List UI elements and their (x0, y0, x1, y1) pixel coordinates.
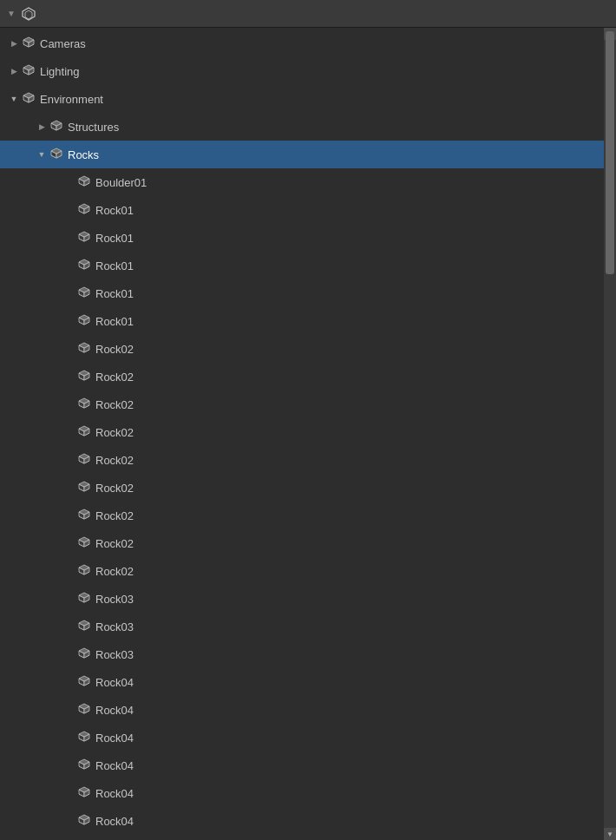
tree-item-rock01_4[interactable]: Rock01 (0, 279, 604, 307)
label-rock04_5: Rock04 (95, 787, 134, 800)
arrow-rock04_1 (62, 675, 76, 689)
arrow-rock04_2 (62, 703, 76, 717)
arrow-rock02_2 (62, 370, 76, 384)
label-rock03_3: Rock03 (95, 648, 134, 661)
arrow-rock03_3 (62, 647, 76, 661)
label-environment: Environment (40, 93, 103, 106)
label-rock01_4: Rock01 (95, 287, 134, 300)
label-rock03_2: Rock03 (95, 620, 134, 633)
cube-icon-rock04_3 (76, 730, 92, 745)
arrow-rock04_3 (62, 731, 76, 745)
tree-item-rock02_3[interactable]: Rock02 (0, 390, 604, 418)
tree-item-rock03_1[interactable]: Rock03 (0, 585, 604, 613)
scrollbar-arrow-down[interactable]: ▼ (604, 828, 616, 840)
tree-item-rock02_4[interactable]: Rock02 (0, 418, 604, 446)
tree-item-rock04_3[interactable]: Rock04 (0, 724, 604, 751)
label-rock02_1: Rock02 (95, 343, 134, 356)
cube-icon-rock02_8 (76, 535, 92, 551)
label-rock01_2: Rock01 (95, 232, 134, 245)
cube-icon-rock04_2 (76, 702, 92, 718)
label-rock01_5: Rock01 (95, 315, 134, 328)
cube-icon-rock02_9 (76, 563, 92, 579)
title-collapse-arrow[interactable]: ▼ (7, 9, 16, 18)
tree-item-rock01_1[interactable]: Rock01 (0, 196, 604, 224)
label-rocks: Rocks (68, 148, 99, 161)
cube-icon-rock02_6 (76, 480, 92, 495)
arrow-lighting[interactable]: ▶ (7, 64, 21, 78)
cube-icon-rock01_1 (76, 202, 92, 218)
cube-icon-rock04_6 (76, 813, 92, 829)
tree-item-rock02_6[interactable]: Rock02 (0, 474, 604, 502)
tree-item-rock04_2[interactable]: Rock04 (0, 696, 604, 724)
tree-item-rock02_8[interactable]: Rock02 (0, 529, 604, 557)
label-lighting: Lighting (40, 65, 80, 78)
tree-item-rock02_7[interactable]: Rock02 (0, 502, 604, 529)
label-rock02_9: Rock02 (95, 565, 134, 578)
arrow-environment[interactable]: ▼ (7, 92, 21, 106)
cube-icon-rock04_1 (76, 674, 92, 690)
label-rock01_1: Rock01 (95, 204, 134, 217)
label-rock02_3: Rock02 (95, 398, 134, 411)
label-rock04_6: Rock04 (95, 815, 134, 828)
tree-item-rock02_9[interactable]: Rock02 (0, 557, 604, 585)
cube-icon-environment (21, 91, 36, 107)
cube-icon-rock02_3 (76, 397, 92, 412)
label-rock02_4: Rock02 (95, 426, 134, 439)
label-rock01_3: Rock01 (95, 259, 134, 272)
title-bar: ▼ (0, 0, 616, 28)
arrow-rock01_5 (62, 314, 76, 328)
cube-icon-rock04_4 (76, 758, 92, 773)
tree-item-rock03_3[interactable]: Rock03 (0, 640, 604, 668)
arrow-rock03_2 (62, 620, 76, 633)
cube-icon-rock04_5 (76, 785, 92, 801)
label-cameras: Cameras (40, 37, 86, 50)
label-rock02_8: Rock02 (95, 537, 134, 550)
label-structures: Structures (68, 121, 119, 134)
arrow-rock02_8 (62, 536, 76, 550)
cube-icon-rock03_1 (76, 591, 92, 607)
arrow-rock02_5 (62, 453, 76, 467)
cube-icon-rock02_5 (76, 452, 92, 468)
tree-item-rock01_2[interactable]: Rock01 (0, 224, 604, 252)
tree-item-structures[interactable]: ▶ Structures (0, 113, 604, 141)
tree-item-rock02_5[interactable]: Rock02 (0, 446, 604, 474)
hierarchy-panel: ▼ ▶ Cameras▶ (0, 0, 616, 840)
arrow-rocks[interactable]: ▼ (35, 148, 49, 161)
scrollbar-thumb[interactable] (606, 31, 614, 274)
tree-item-cameras[interactable]: ▶ Cameras (0, 30, 604, 57)
cube-icon-cameras (21, 36, 36, 51)
label-rock04_3: Rock04 (95, 732, 134, 745)
label-rock02_5: Rock02 (95, 454, 134, 467)
tree-item-environment[interactable]: ▼ Environment (0, 85, 604, 113)
scrollbar[interactable]: ▲ ▼ (604, 28, 616, 840)
tree-item-rock02_1[interactable]: Rock02 (0, 335, 604, 363)
tree-item-lighting[interactable]: ▶ Lighting (0, 57, 604, 85)
arrow-rock02_1 (62, 342, 76, 356)
arrow-boulder01 (62, 175, 76, 189)
tree-item-rock03_2[interactable]: Rock03 (0, 613, 604, 640)
label-rock04_4: Rock04 (95, 759, 134, 772)
tree-item-boulder01[interactable]: Boulder01 (0, 168, 604, 196)
tree-item-rocks[interactable]: ▼ Rocks (0, 141, 604, 168)
tree-item-rock04_6[interactable]: Rock04 (0, 807, 604, 835)
cube-icon-rocks (49, 147, 64, 162)
tree-item-rock02_2[interactable]: Rock02 (0, 363, 604, 390)
svg-marker-0 (23, 8, 35, 20)
arrow-rock04_5 (62, 786, 76, 800)
tree-item-rock01_5[interactable]: Rock01 (0, 307, 604, 335)
cube-icon-rock02_7 (76, 508, 92, 523)
arrow-cameras[interactable]: ▶ (7, 36, 21, 50)
tree-item-rock04_5[interactable]: Rock04 (0, 779, 604, 807)
cube-icon-rock02_1 (76, 341, 92, 357)
tree-item-rock04_1[interactable]: Rock04 (0, 668, 604, 696)
arrow-rock02_3 (62, 397, 76, 411)
arrow-structures[interactable]: ▶ (35, 120, 49, 134)
unity-icon (21, 6, 36, 22)
cube-icon-rock02_4 (76, 424, 92, 440)
tree-item-rock01_3[interactable]: Rock01 (0, 252, 604, 279)
cube-icon-rock01_2 (76, 230, 92, 246)
title-bar-left: ▼ (7, 6, 609, 22)
cube-icon-lighting (21, 63, 36, 79)
tree-item-rock04_4[interactable]: Rock04 (0, 751, 604, 779)
arrow-rock04_6 (62, 814, 76, 828)
